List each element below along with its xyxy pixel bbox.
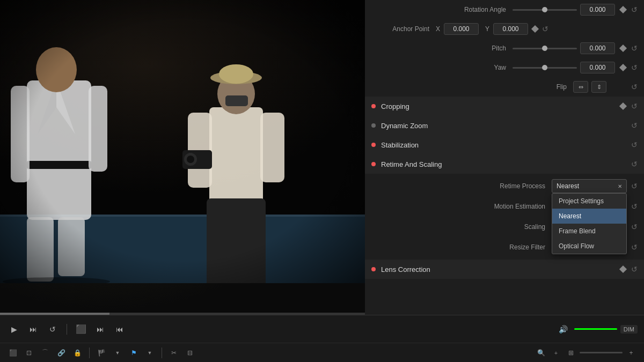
link-button[interactable]: 🔗: [55, 346, 68, 359]
resize-filter-label: Resize Filter: [371, 243, 552, 251]
marker-button[interactable]: ⚑: [127, 346, 140, 359]
dropdown-option-project-settings[interactable]: Project Settings: [552, 194, 626, 209]
flag-dropdown[interactable]: ▼: [111, 346, 124, 359]
retime-process-dropdown[interactable]: Nearest ✕: [552, 179, 627, 193]
flag-button[interactable]: 🏴: [95, 346, 108, 359]
clip-mode-button[interactable]: ⬛: [6, 346, 19, 359]
retime-section-header[interactable]: Retime And Scaling ↺: [365, 154, 644, 174]
dynamic-zoom-title: Dynamic Zoom: [381, 122, 631, 130]
play-button[interactable]: ▶: [6, 322, 21, 337]
svg-rect-26: [0, 0, 365, 283]
cropping-reset-icon[interactable]: ↺: [631, 102, 638, 110]
anchor-x-label: X: [436, 25, 440, 33]
dynamic-zoom-active-dot[interactable]: [371, 123, 376, 128]
rotation-angle-reset-icon[interactable]: ↺: [631, 5, 638, 14]
dropdown-option-optical-flow[interactable]: Optical Flow: [552, 239, 626, 254]
volume-slider[interactable]: [574, 328, 617, 330]
volume-icon[interactable]: 🔊: [556, 322, 571, 337]
anchor-reset-icon[interactable]: ↺: [542, 25, 548, 33]
rotation-angle-keyframe-icon[interactable]: [619, 6, 627, 13]
flip-label: Flip: [371, 83, 573, 91]
anchor-keyframe-icon[interactable]: [531, 25, 539, 33]
cut-button[interactable]: ✂: [167, 346, 180, 359]
stabilization-reset-icon[interactable]: ↺: [631, 141, 638, 149]
loop-button[interactable]: ↺: [45, 322, 60, 337]
right-panel: Rotation Angle 0.000 ↺ Anchor Point X 0.…: [365, 0, 644, 315]
curve-button[interactable]: ⌒: [39, 346, 52, 359]
lens-correction-reset-icon[interactable]: ↺: [631, 265, 638, 274]
retime-process-dropdown-menu: Project Settings Nearest Frame Blend Opt…: [552, 193, 627, 254]
scaling-label: Scaling: [371, 223, 552, 231]
pitch-slider[interactable]: [513, 48, 577, 49]
motion-estimation-label: Motion Estimation: [371, 203, 552, 210]
zoom-fit-button[interactable]: ⊞: [565, 346, 577, 359]
scaling-reset-icon[interactable]: ↺: [631, 223, 638, 231]
anchor-y-label: Y: [485, 25, 489, 33]
retime-title: Retime And Scaling: [381, 160, 631, 168]
rotation-angle-slider[interactable]: [513, 9, 577, 11]
zoom-controls: 🔍 + ⊞ +: [535, 346, 638, 359]
anchor-point-label: Anchor Point: [371, 25, 436, 33]
toolbar-separator-2: [89, 348, 90, 358]
cropping-section-header[interactable]: Cropping ↺: [365, 97, 644, 116]
ripple-button[interactable]: ⊟: [184, 346, 196, 359]
anchor-x-value[interactable]: 0.000: [444, 23, 479, 35]
toolbar-separator-1: [67, 324, 67, 335]
cropping-active-dot[interactable]: [371, 104, 376, 108]
pitch-row: Pitch 0.000 ↺: [365, 39, 644, 58]
lens-correction-active-dot[interactable]: [371, 267, 376, 271]
retime-process-reset-icon[interactable]: ↺: [631, 182, 638, 190]
dim-button[interactable]: DIM: [620, 325, 638, 334]
retime-process-label: Retime Process: [371, 182, 552, 190]
playback-toolbar: ▶ ⏭ ↺ ⬛ ⏭ ⏮ 🔊 DIM: [0, 315, 644, 343]
yaw-slider[interactable]: [513, 67, 577, 69]
lens-correction-section-header[interactable]: Lens Correction ↺: [365, 260, 644, 279]
zoom-out-button[interactable]: 🔍: [535, 346, 547, 359]
pitch-value[interactable]: 0.000: [580, 42, 615, 54]
next-frame-button[interactable]: ⏭: [26, 322, 41, 337]
lens-correction-keyframe-icon[interactable]: [619, 265, 627, 273]
toolbar-separator-3: [162, 348, 162, 358]
trim-mode-button[interactable]: ⊡: [23, 346, 35, 359]
dropdown-option-frame-blend[interactable]: Frame Blend: [552, 224, 626, 239]
zoom-in-button[interactable]: +: [550, 346, 562, 359]
retime-active-dot[interactable]: [371, 162, 376, 166]
stabilization-title: Stabilization: [381, 141, 631, 149]
yaw-value[interactable]: 0.000: [580, 62, 615, 73]
zoom-add-button[interactable]: +: [625, 346, 638, 359]
pitch-reset-icon[interactable]: ↺: [631, 44, 638, 53]
flip-vertical-button[interactable]: ⇕: [591, 81, 606, 93]
resize-filter-reset-icon[interactable]: ↺: [631, 243, 638, 252]
zoom-slider[interactable]: [580, 352, 623, 353]
skip-to-end-button[interactable]: ⏭: [93, 322, 108, 337]
retime-process-row: Retime Process Nearest ✕ Project Setting…: [371, 176, 638, 196]
dynamic-zoom-section-header[interactable]: Dynamic Zoom ↺: [365, 116, 644, 135]
rotation-angle-value[interactable]: 0.000: [580, 4, 615, 16]
flip-horizontal-button[interactable]: ⇔: [573, 81, 588, 93]
anchor-point-row: Anchor Point X 0.000 Y 0.000 ↺: [365, 19, 644, 39]
marker-dropdown[interactable]: ▼: [143, 346, 156, 359]
retime-controls: Retime Process Nearest ✕ Project Setting…: [365, 174, 644, 260]
retime-reset-icon[interactable]: ↺: [631, 160, 638, 168]
flip-row: Flip ⇔ ⇕ ↺: [365, 77, 644, 97]
yaw-row: Yaw 0.000 ↺: [365, 58, 644, 77]
stabilization-section-header[interactable]: Stabilization ↺: [365, 135, 644, 154]
yaw-keyframe-icon[interactable]: [619, 64, 627, 71]
yaw-reset-icon[interactable]: ↺: [631, 63, 638, 72]
dropdown-option-nearest[interactable]: Nearest: [552, 209, 626, 224]
yaw-label: Yaw: [371, 64, 513, 71]
cropping-keyframe-icon[interactable]: [619, 102, 627, 110]
video-panel: [0, 0, 365, 315]
lock-button[interactable]: 🔒: [71, 346, 84, 359]
pitch-keyframe-icon[interactable]: [619, 45, 627, 52]
motion-estimation-reset-icon[interactable]: ↺: [631, 202, 638, 211]
stabilization-active-dot[interactable]: [371, 143, 376, 147]
flip-reset-icon[interactable]: ↺: [631, 83, 638, 91]
rotation-angle-row: Rotation Angle 0.000 ↺: [365, 0, 644, 19]
retime-process-dropdown-container: Nearest ✕ Project Settings Nearest Frame…: [552, 179, 638, 193]
clip-icon[interactable]: ⬛: [74, 322, 89, 337]
skip-to-start-button[interactable]: ⏮: [112, 322, 127, 337]
anchor-y-value[interactable]: 0.000: [493, 23, 528, 35]
dynamic-zoom-reset-icon[interactable]: ↺: [631, 121, 638, 130]
video-progress-bar[interactable]: [0, 313, 365, 315]
